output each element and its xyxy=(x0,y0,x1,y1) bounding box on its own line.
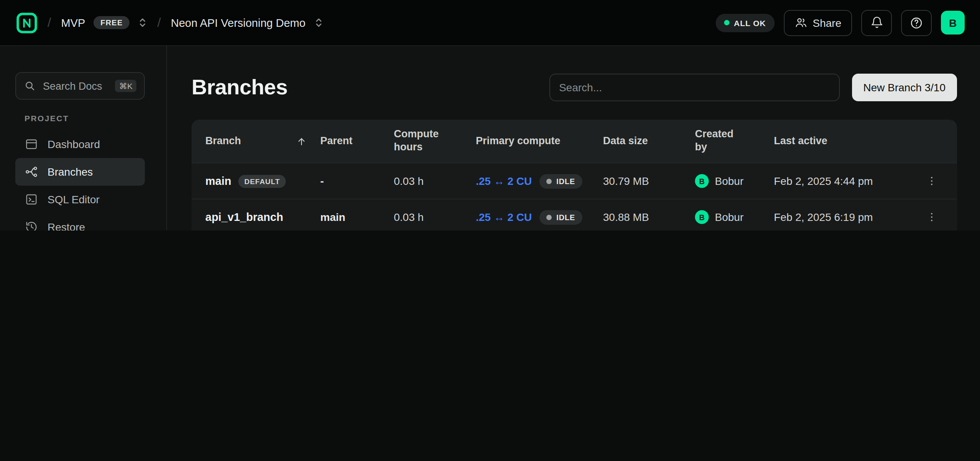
column-header-created-by[interactable]: Created by xyxy=(695,128,774,154)
column-header-compute-hours[interactable]: Compute hours xyxy=(394,128,476,154)
data-size: 30.79 MB xyxy=(603,175,695,187)
compute-state-badge: IDLE xyxy=(539,210,582,224)
creator-name: Bobur xyxy=(715,175,744,187)
status-badge[interactable]: ALL OK xyxy=(716,13,775,32)
table-row[interactable]: api_v1_branch main 0.03 h .25 ↔ 2 CU IDL… xyxy=(192,199,957,230)
branch-selector-chevrons-icon[interactable] xyxy=(314,17,323,28)
app-window: / MVP FREE / Neon API Versioning Demo AL… xyxy=(0,0,980,230)
branch-name[interactable]: main xyxy=(205,175,231,187)
sidebar: Search Docs ⌘K PROJECT Dashboard Branche… xyxy=(0,46,167,230)
user-avatar[interactable]: B xyxy=(941,11,965,35)
sql-editor-icon xyxy=(25,193,38,206)
column-header-data-size[interactable]: Data size xyxy=(603,135,695,148)
row-actions-menu-button[interactable] xyxy=(922,207,942,227)
breadcrumb-project[interactable]: MVP xyxy=(61,16,85,29)
main-content: Branches New Branch 3/10 Branch xyxy=(167,46,980,230)
column-header-branch[interactable]: Branch xyxy=(205,135,320,148)
help-circle-icon xyxy=(910,16,923,30)
branches-table: Branch Parent Compute hours Primary comp… xyxy=(192,120,957,230)
creator-avatar: B xyxy=(695,210,709,224)
default-badge: DEFAULT xyxy=(238,175,286,188)
compute-state-badge: IDLE xyxy=(539,174,582,188)
sidebar-item-branches[interactable]: Branches xyxy=(15,158,145,186)
parent-branch: - xyxy=(320,175,394,187)
status-badge-label: ALL OK xyxy=(734,18,766,27)
sidebar-item-restore[interactable]: Restore xyxy=(15,213,145,230)
compute-hours: 0.03 h xyxy=(394,175,476,187)
search-docs-label: Search Docs xyxy=(43,80,108,92)
sidebar-item-label: Dashboard xyxy=(48,138,100,150)
idle-dot-icon xyxy=(546,214,552,220)
bell-icon xyxy=(870,16,883,29)
last-active: Feb 2, 2025 6:19 pm xyxy=(774,211,922,223)
share-button[interactable]: Share xyxy=(783,10,852,36)
breadcrumb-page[interactable]: Neon API Versioning Demo xyxy=(171,16,305,29)
users-icon xyxy=(794,16,807,29)
branch-name[interactable]: api_v1_branch xyxy=(205,211,283,223)
primary-compute-link[interactable]: .25 ↔ 2 CU xyxy=(476,175,532,187)
parent-branch: main xyxy=(320,211,394,223)
row-actions-menu-button[interactable] xyxy=(922,171,942,191)
notifications-button[interactable] xyxy=(861,10,892,36)
plan-badge: FREE xyxy=(93,16,129,29)
sidebar-item-label: Restore xyxy=(48,221,85,230)
help-button[interactable] xyxy=(901,10,932,36)
neon-logo-icon xyxy=(16,12,37,33)
last-active: Feb 2, 2025 4:44 pm xyxy=(774,175,922,187)
sidebar-item-dashboard[interactable]: Dashboard xyxy=(15,130,145,158)
sidebar-section-project: PROJECT xyxy=(15,114,145,123)
idle-dot-icon xyxy=(546,178,552,184)
branches-search-input[interactable] xyxy=(549,74,839,101)
primary-compute-link[interactable]: .25 ↔ 2 CU xyxy=(476,211,532,223)
sort-ascending-icon[interactable] xyxy=(297,136,306,146)
kebab-menu-icon xyxy=(926,175,938,187)
project-selector-chevrons-icon[interactable] xyxy=(138,17,147,28)
share-button-label: Share xyxy=(813,16,841,29)
creator-avatar: B xyxy=(695,174,709,188)
new-branch-button[interactable]: New Branch 3/10 xyxy=(852,74,957,101)
creator-name: Bobur xyxy=(715,211,744,223)
top-bar: / MVP FREE / Neon API Versioning Demo AL… xyxy=(0,0,980,46)
breadcrumb-separator: / xyxy=(156,15,162,30)
sidebar-item-label: Branches xyxy=(48,166,93,178)
table-row[interactable]: main DEFAULT - 0.03 h .25 ↔ 2 CU IDLE 30… xyxy=(192,163,957,199)
table-header-row: Branch Parent Compute hours Primary comp… xyxy=(192,120,957,163)
search-icon xyxy=(24,80,36,92)
data-size: 30.88 MB xyxy=(603,211,695,223)
sidebar-item-label: SQL Editor xyxy=(48,193,100,206)
compute-hours: 0.03 h xyxy=(394,211,476,223)
breadcrumb-separator: / xyxy=(46,15,52,30)
git-branch-icon xyxy=(25,165,38,179)
search-docs-button[interactable]: Search Docs ⌘K xyxy=(15,72,145,100)
kebab-menu-icon xyxy=(926,211,938,223)
status-dot-icon xyxy=(724,20,729,25)
keyboard-shortcut-badge: ⌘K xyxy=(115,80,136,92)
column-header-primary-compute[interactable]: Primary compute xyxy=(476,135,603,148)
column-header-last-active[interactable]: Last active xyxy=(774,135,922,148)
restore-history-icon xyxy=(25,220,38,230)
topbar-actions: ALL OK Share xyxy=(716,10,965,36)
dashboard-icon xyxy=(25,137,38,151)
neon-logo[interactable] xyxy=(15,12,38,34)
sidebar-item-sql-editor[interactable]: SQL Editor xyxy=(15,186,145,213)
page-title: Branches xyxy=(192,75,287,100)
column-header-parent[interactable]: Parent xyxy=(320,135,394,148)
